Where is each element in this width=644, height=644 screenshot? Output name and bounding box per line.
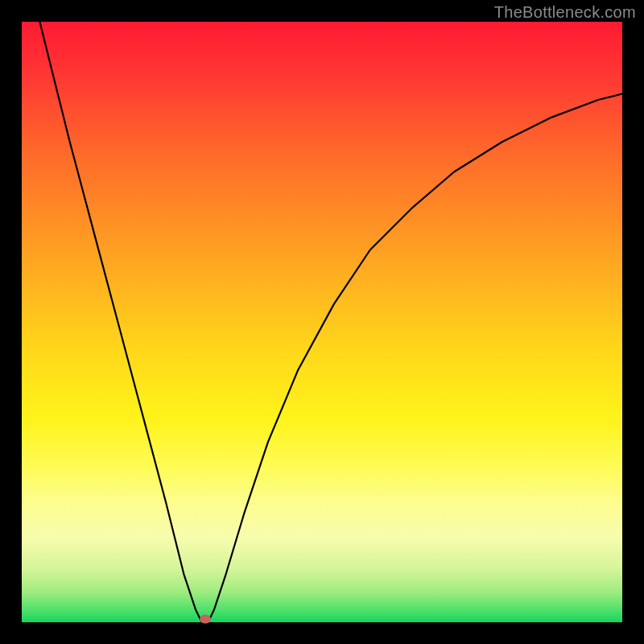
min-marker [200, 615, 211, 624]
chart-frame: TheBottleneck.com [0, 0, 644, 644]
plot-area [22, 22, 622, 622]
watermark-text: TheBottleneck.com [494, 3, 636, 22]
bottleneck-curve [22, 22, 622, 622]
